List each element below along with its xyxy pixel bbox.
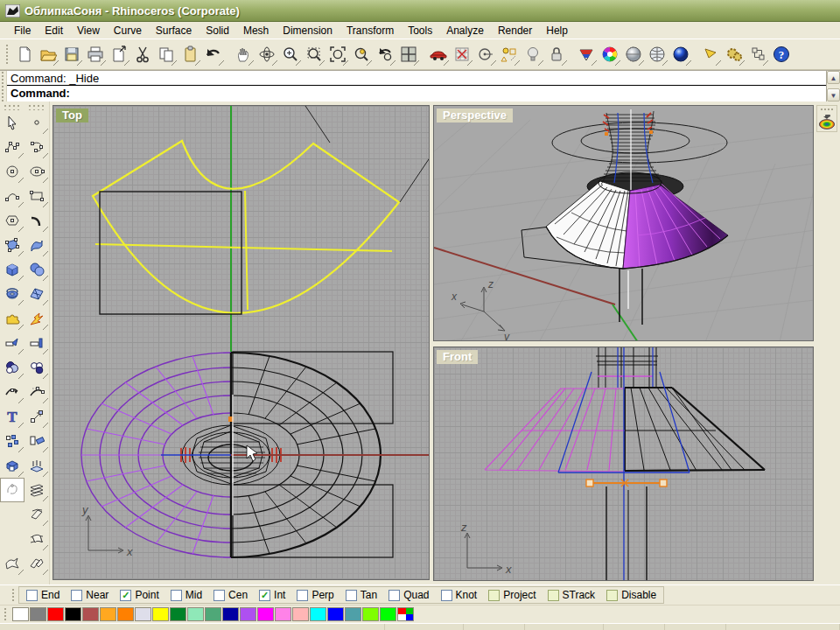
explode-button[interactable]: [24, 306, 49, 331]
freeform-curve-button[interactable]: [0, 478, 24, 502]
zoom-selected-button[interactable]: [349, 42, 373, 66]
shaded-viewport-button[interactable]: [621, 42, 645, 66]
osnap-tan-checkbox[interactable]: [346, 590, 357, 601]
toolbar-grip[interactable]: [5, 44, 10, 65]
osnap-project-checkbox[interactable]: [488, 590, 500, 601]
sphere-button[interactable]: [24, 257, 49, 282]
osnap-tan[interactable]: Tan: [346, 589, 377, 601]
adjust-curve-seam-button[interactable]: [0, 380, 24, 404]
viewport-front[interactable]: z x Front: [433, 346, 814, 581]
color-swatch-teal[interactable]: [345, 607, 361, 621]
lock-objects-button[interactable]: [544, 42, 568, 66]
menu-dimension[interactable]: Dimension: [276, 23, 340, 38]
side-toolbar-grip-2[interactable]: [28, 103, 46, 110]
wireframe-viewport-button[interactable]: [645, 42, 668, 66]
new-file-button[interactable]: [12, 42, 36, 66]
osnap-quad-checkbox[interactable]: [388, 590, 400, 601]
osnap-strack[interactable]: STrack: [548, 589, 596, 601]
menu-curve[interactable]: Curve: [107, 23, 149, 38]
color-swatch-mint[interactable]: [187, 607, 204, 621]
join-button[interactable]: [0, 306, 24, 331]
array-button[interactable]: [0, 429, 24, 453]
osnap-disable-checkbox[interactable]: [606, 590, 618, 601]
paste-button[interactable]: [178, 42, 201, 66]
menu-transform[interactable]: Transform: [340, 23, 401, 38]
cut-button[interactable]: [130, 42, 154, 66]
orient-button[interactable]: [24, 429, 49, 453]
help-button[interactable]: ?: [769, 42, 793, 66]
color-swatch-multi[interactable]: [397, 607, 414, 621]
menu-edit[interactable]: Edit: [38, 23, 70, 38]
osnap-cen[interactable]: Cen: [214, 589, 248, 601]
ellipse-button[interactable]: [24, 159, 49, 184]
zoom-extents-button[interactable]: [326, 42, 349, 66]
osnap-mid[interactable]: Mid: [171, 589, 202, 601]
color-swatch-yellow[interactable]: [152, 607, 169, 621]
hide-objects-button[interactable]: [521, 42, 544, 66]
side-toolbar-grip[interactable]: [4, 103, 21, 110]
color-swatch-brick[interactable]: [82, 607, 99, 621]
color-swatch-lavender[interactable]: [135, 607, 151, 621]
curved-surface-button[interactable]: [24, 233, 49, 257]
osnap-int-checkbox[interactable]: ✓: [259, 590, 270, 601]
render-button[interactable]: [668, 42, 692, 66]
osnap-disable[interactable]: Disable: [606, 589, 656, 601]
color-swatch-gray[interactable]: [30, 607, 46, 621]
menu-solid[interactable]: Solid: [199, 23, 236, 38]
rectangle-button[interactable]: [24, 184, 49, 208]
color-swatch-cyan[interactable]: [310, 607, 326, 621]
color-swatch-green[interactable]: [380, 607, 396, 621]
boolean-union-button[interactable]: [0, 355, 24, 380]
scroll-down-button[interactable]: ▼: [827, 88, 840, 102]
copy-button[interactable]: [154, 42, 178, 66]
scale-button[interactable]: [24, 404, 49, 429]
scroll-up-button[interactable]: ▲: [827, 71, 840, 84]
object-snap-settings-button[interactable]: [746, 42, 769, 66]
polygon-button[interactable]: [0, 208, 24, 233]
print-button[interactable]: [83, 42, 107, 66]
color-swatch-magenta[interactable]: [257, 607, 274, 621]
select-points-button[interactable]: [497, 42, 521, 66]
undo-button[interactable]: [201, 42, 225, 66]
ribbon-button[interactable]: [24, 551, 49, 576]
box-button[interactable]: [0, 257, 24, 282]
viewport-layout-button[interactable]: [396, 42, 420, 66]
color-swatch-red[interactable]: [47, 607, 64, 621]
arc-button[interactable]: [0, 184, 24, 208]
surface-curvature-analysis-button[interactable]: [818, 113, 836, 130]
osnap-project[interactable]: Project: [488, 589, 536, 601]
menu-analyze[interactable]: Analyze: [439, 23, 491, 38]
osnap-strack-checkbox[interactable]: [548, 590, 559, 601]
color-swatch-orange[interactable]: [117, 607, 134, 621]
save-button[interactable]: [60, 42, 83, 66]
menu-view[interactable]: View: [70, 23, 107, 38]
circle-button[interactable]: [0, 159, 24, 184]
surface-patch-button[interactable]: [24, 282, 49, 306]
osnap-end[interactable]: End: [26, 589, 60, 601]
split-button[interactable]: [24, 331, 49, 355]
undo-view-change-button[interactable]: [373, 42, 396, 66]
viewport-top[interactable]: y x Top: [52, 105, 430, 580]
osnap-perp[interactable]: Perp: [297, 589, 333, 601]
color-swatch-seagreen[interactable]: [205, 607, 221, 621]
osnap-quad[interactable]: Quad: [388, 589, 429, 601]
sweep-one-rail-button[interactable]: [24, 502, 49, 527]
viewport-top-label[interactable]: Top: [56, 108, 88, 122]
extrude-solid-button[interactable]: [0, 453, 24, 478]
color-wheel-button[interactable]: [598, 42, 621, 66]
osnap-perp-checkbox[interactable]: [297, 590, 308, 601]
sweep-two-rails-button[interactable]: [24, 527, 49, 551]
unroll-surface-button[interactable]: [0, 551, 24, 576]
title-bar[interactable]: ОблипкаСоня - Rhinoceros (Corporate): [0, 0, 840, 22]
menu-render[interactable]: Render: [491, 23, 539, 38]
viewport-perspective[interactable]: z x y Perspective: [433, 105, 814, 341]
menu-file[interactable]: File: [7, 23, 38, 38]
color-swatch-violet[interactable]: [240, 607, 256, 621]
pan-view-button[interactable]: [231, 42, 255, 66]
osnap-knot[interactable]: Knot: [441, 589, 478, 601]
zoom-window-button[interactable]: [302, 42, 326, 66]
osnap-near-checkbox[interactable]: [71, 590, 82, 601]
osnap-int[interactable]: ✓Int: [259, 589, 285, 601]
select-arrow-button[interactable]: [0, 110, 24, 135]
trim-button[interactable]: [0, 331, 24, 355]
